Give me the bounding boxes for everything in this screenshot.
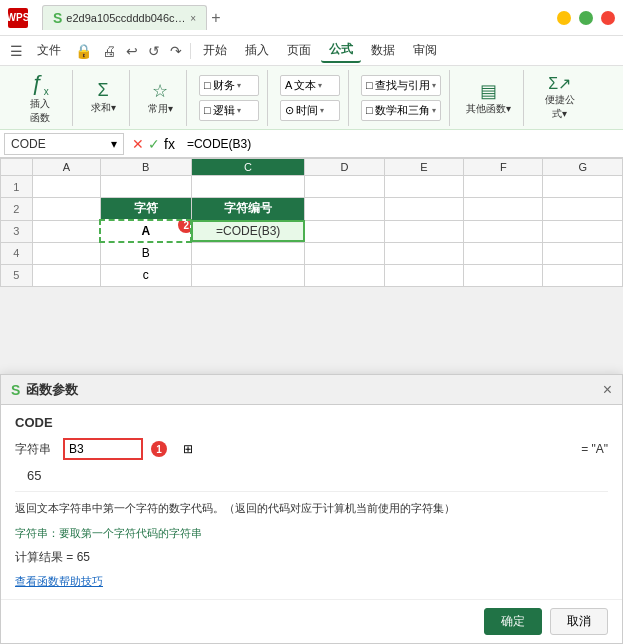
cell-g5[interactable] [543,264,623,286]
logic-dropdown[interactable]: □ 逻辑 ▾ [199,100,259,121]
menu-file[interactable]: 文件 [29,39,69,62]
text-icon: A [285,79,292,91]
name-box[interactable]: CODE ▾ [4,133,124,155]
cell-f3[interactable] [464,220,543,242]
cell-b1[interactable] [100,176,191,198]
dialog-close-btn[interactable]: × [603,381,612,399]
menu-page[interactable]: 页面 [279,39,319,62]
cell-b5[interactable]: c [100,264,191,286]
cell-c1[interactable] [191,176,305,198]
cell-f2[interactable] [464,198,543,221]
cell-f1[interactable] [464,176,543,198]
cell-g4[interactable] [543,242,623,264]
cell-a4[interactable] [32,242,100,264]
param-input[interactable] [69,442,109,456]
confirm-icon[interactable]: ✓ [148,136,160,152]
cell-b3-dashed[interactable]: A 2 [100,220,191,242]
cancel-btn[interactable]: 取消 [550,608,608,635]
col-header-g[interactable]: G [543,159,623,176]
wps-logo: WPS [8,8,28,28]
cell-d5[interactable] [305,264,384,286]
cell-a5[interactable] [32,264,100,286]
cell-e3[interactable] [384,220,463,242]
param-grid-icon[interactable]: ⊞ [183,442,193,456]
formula-input[interactable] [183,135,619,153]
lookup-arrow: ▾ [432,81,436,90]
redo-icon[interactable]: ↷ [166,41,186,61]
menu-insert[interactable]: 插入 [237,39,277,62]
cell-c5[interactable] [191,264,305,286]
common-btn[interactable]: ☆ 常用▾ [142,78,178,118]
undo2-icon[interactable]: ↺ [144,41,164,61]
ribbon-group-quick: Σ↗ 便捷公式▾ [528,70,592,126]
cell-a2[interactable] [32,198,100,221]
row-num-2: 2 [1,198,33,221]
ribbon-group-insert-func: ƒx 插入函数 [8,70,73,126]
finance-label: 财务 [213,78,235,93]
insert-function-btn[interactable]: ƒx 插入函数 [16,66,64,129]
table-row: 5 c [1,264,623,286]
other-functions-btn[interactable]: ▤ 其他函数▾ [462,78,515,118]
lookup-dropdown[interactable]: □ 查找与引用 ▾ [361,75,441,96]
menu-review[interactable]: 审阅 [405,39,445,62]
print-icon[interactable]: 🖨 [98,41,120,61]
col-header-b[interactable]: B [100,159,191,176]
col-header-e[interactable]: E [384,159,463,176]
menu-formula[interactable]: 公式 [321,38,361,63]
cell-c3-selected[interactable]: =CODE(B3) [191,220,305,242]
finance-dropdown[interactable]: □ 财务 ▾ [199,75,259,96]
col-header-d[interactable]: D [305,159,384,176]
cell-g3[interactable] [543,220,623,242]
document-tab[interactable]: S e2d9a105ccdddb046cc311c × [42,5,207,30]
col-header-a[interactable]: A [32,159,100,176]
time-dropdown[interactable]: ⊙ 时间 ▾ [280,100,340,121]
title-bar: WPS S e2d9a105ccdddb046cc311c × + [0,0,623,36]
dialog-func-name: CODE [15,415,608,430]
add-tab-btn[interactable]: + [211,9,220,27]
cell-f5[interactable] [464,264,543,286]
cell-b4[interactable]: B [100,242,191,264]
fx-label[interactable]: fx [164,136,175,152]
cell-d4[interactable] [305,242,384,264]
cancel-icon[interactable]: ✕ [132,136,144,152]
ribbon-group-other: ▤ 其他函数▾ [454,70,524,126]
cell-f4[interactable] [464,242,543,264]
ribbon: ƒx 插入函数 Σ 求和▾ ☆ 常用▾ □ 财务 ▾ □ 逻辑 ▾ A [0,66,623,130]
cell-c2-header[interactable]: 字符编号 [191,198,305,221]
cell-c4[interactable] [191,242,305,264]
cell-a3[interactable] [32,220,100,242]
col-header-f[interactable]: F [464,159,543,176]
cell-b2-header[interactable]: 字符 [100,198,191,221]
param-badge: 1 [151,441,167,457]
cell-e4[interactable] [384,242,463,264]
save-icon[interactable]: 🔒 [71,41,96,61]
logic-icon: □ [204,104,211,116]
hamburger-menu[interactable]: ☰ [6,41,27,61]
sum-btn[interactable]: Σ 求和▾ [85,78,121,117]
cell-g2[interactable] [543,198,623,221]
undo-icon[interactable]: ↩ [122,41,142,61]
col-header-c[interactable]: C [191,159,305,176]
spreadsheet-area: A B C D E F G 1 2 字符 字符编号 [0,158,623,287]
close-btn[interactable] [601,11,615,25]
cell-d3[interactable] [305,220,384,242]
cell-e5[interactable] [384,264,463,286]
text-dropdown[interactable]: A 文本 ▾ [280,75,340,96]
dialog-calc-result: 计算结果 = 65 [15,549,608,566]
menu-start[interactable]: 开始 [195,39,235,62]
cell-e1[interactable] [384,176,463,198]
maximize-btn[interactable] [579,11,593,25]
minimize-btn[interactable] [557,11,571,25]
ok-btn[interactable]: 确定 [484,608,542,635]
cell-d1[interactable] [305,176,384,198]
lookup-label: 查找与引用 [375,78,430,93]
quick-formula-btn[interactable]: Σ↗ 便捷公式▾ [536,70,584,125]
dialog-help-link[interactable]: 查看函数帮助技巧 [15,575,103,587]
cell-d2[interactable] [305,198,384,221]
menu-data[interactable]: 数据 [363,39,403,62]
cell-e2[interactable] [384,198,463,221]
tab-close-btn[interactable]: × [190,13,196,24]
math-dropdown[interactable]: □ 数学和三角 ▾ [361,100,441,121]
cell-g1[interactable] [543,176,623,198]
cell-a1[interactable] [32,176,100,198]
